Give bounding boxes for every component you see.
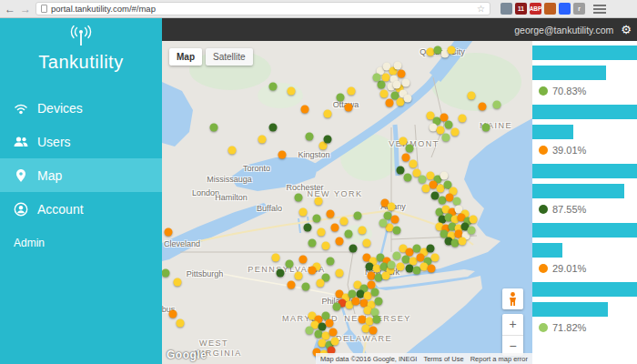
map-dot[interactable] (380, 90, 389, 98)
map-dot[interactable] (459, 238, 467, 246)
map-dot[interactable] (468, 227, 476, 235)
map-dot[interactable] (306, 327, 314, 335)
device-item[interactable]: 39.01% (532, 105, 637, 156)
tank-level-bar[interactable] (532, 302, 608, 317)
map-dot[interactable] (468, 92, 476, 100)
map-dot[interactable] (308, 267, 317, 275)
device-name-bar[interactable] (532, 282, 637, 297)
map-dot[interactable] (391, 216, 399, 224)
extension-icon[interactable]: r (573, 3, 585, 15)
map-dot[interactable] (482, 124, 490, 132)
map-dot[interactable] (306, 133, 314, 141)
map-dot[interactable] (299, 208, 308, 217)
extension-icon[interactable] (500, 3, 512, 15)
map-dot[interactable] (324, 110, 332, 118)
tank-level-bar[interactable] (532, 184, 624, 198)
map-dot[interactable] (393, 252, 401, 260)
map-dot[interactable] (397, 167, 405, 175)
sidebar-item-map[interactable]: Map (0, 158, 162, 192)
extension-icon[interactable] (544, 3, 556, 15)
map-dot[interactable] (431, 254, 440, 262)
map-dot[interactable] (174, 278, 182, 287)
device-item[interactable]: 70.83% (532, 46, 637, 96)
device-item[interactable]: 87.55% (532, 164, 637, 215)
map-dot[interactable] (397, 263, 405, 271)
map-dot[interactable] (354, 212, 362, 220)
extension-icon[interactable]: 11 (515, 3, 527, 15)
map-dot[interactable] (340, 217, 349, 226)
map-dot[interactable] (398, 70, 406, 78)
map-dot[interactable] (427, 245, 435, 253)
map-dot[interactable] (315, 197, 323, 206)
extension-icon[interactable] (559, 3, 571, 15)
zoom-in-button[interactable]: + (502, 314, 523, 336)
map-dot[interactable] (210, 124, 218, 132)
map-dot[interactable] (322, 242, 330, 250)
map-dot[interactable] (445, 121, 453, 129)
map-dot[interactable] (363, 239, 371, 248)
map-dot[interactable] (278, 151, 287, 159)
map-dot[interactable] (402, 154, 410, 162)
map-dot[interactable] (302, 283, 310, 291)
map-dot[interactable] (386, 99, 394, 107)
map-dot[interactable] (327, 258, 335, 266)
map-dot[interactable] (329, 329, 338, 337)
map-dot[interactable] (379, 219, 388, 228)
map-dot[interactable] (442, 134, 450, 142)
browser-menu-icon[interactable] (593, 5, 606, 14)
device-name-bar[interactable] (532, 164, 637, 178)
map-dot[interactable] (451, 128, 460, 136)
map-dot[interactable] (470, 216, 478, 224)
settings-gear-icon[interactable]: ⚙ (621, 23, 632, 36)
map-dot[interactable] (371, 288, 379, 297)
bookmark-star-icon[interactable]: ☆ (477, 4, 485, 14)
map-dot[interactable] (326, 319, 334, 328)
map-dot[interactable] (394, 62, 402, 70)
map-dot[interactable] (162, 269, 170, 278)
map-dot[interactable] (165, 228, 173, 237)
map-dot[interactable] (288, 87, 296, 96)
tank-level-bar[interactable] (532, 125, 573, 139)
map-dot[interactable] (428, 265, 436, 273)
map-dot[interactable] (404, 174, 412, 182)
map-dot[interactable] (388, 261, 396, 269)
map-dot[interactable] (410, 160, 418, 168)
map-dot[interactable] (453, 197, 461, 206)
map-dot[interactable] (286, 260, 294, 268)
map-dot[interactable] (336, 269, 344, 278)
map-dot[interactable] (327, 210, 335, 218)
map-dot[interactable] (295, 194, 303, 202)
map-dot[interactable] (348, 87, 356, 96)
tank-level-bar[interactable] (532, 243, 562, 258)
map-dot[interactable] (352, 298, 360, 306)
map-dot[interactable] (493, 101, 501, 109)
device-name-bar[interactable] (532, 46, 637, 60)
map-dot[interactable] (331, 224, 339, 232)
map-dot[interactable] (318, 228, 326, 237)
sidebar-item-users[interactable]: Users (0, 125, 162, 158)
map-dot[interactable] (313, 215, 321, 223)
map-dot[interactable] (345, 104, 353, 112)
map-dot[interactable] (304, 224, 312, 232)
map-dot[interactable] (382, 272, 390, 280)
sidebar-item-admin[interactable]: Admin (0, 237, 162, 249)
map-view-button[interactable]: Map (169, 48, 202, 66)
back-icon[interactable]: ← (5, 4, 15, 15)
map-dot[interactable] (375, 298, 383, 306)
map-dot[interactable] (272, 254, 280, 262)
device-item[interactable]: 29.01% (532, 223, 637, 274)
map-dot[interactable] (301, 106, 309, 114)
map-dot[interactable] (269, 83, 278, 91)
map-dot[interactable] (349, 245, 358, 253)
device-name-bar[interactable] (532, 223, 637, 238)
map-dot[interactable] (479, 103, 487, 111)
report-error-link[interactable]: Report a map error (470, 355, 528, 363)
map-dot[interactable] (336, 238, 344, 246)
sidebar-item-account[interactable]: Account (0, 192, 162, 226)
map-dot[interactable] (419, 176, 427, 184)
map-dot[interactable] (388, 203, 396, 211)
extension-icon[interactable]: ABP (530, 3, 541, 15)
map-dot[interactable] (337, 94, 345, 102)
map-dot[interactable] (288, 281, 296, 289)
map-dot[interactable] (373, 316, 381, 324)
